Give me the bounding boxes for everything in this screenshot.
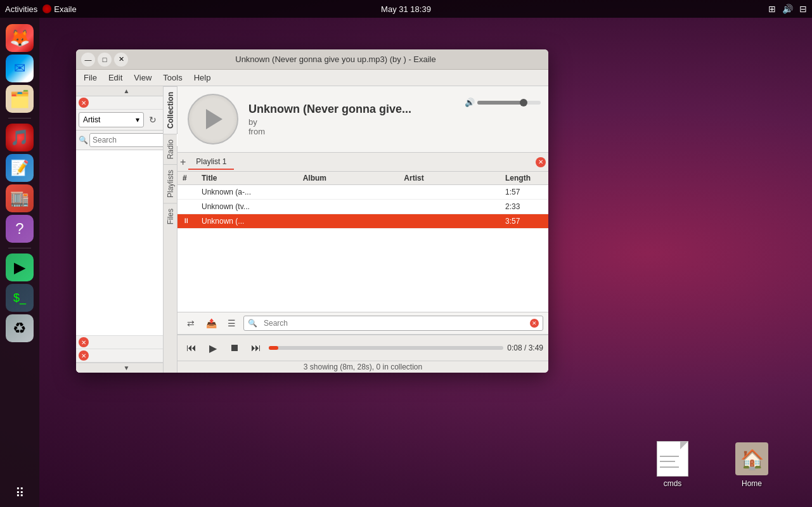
sidebar-search-icon: 🔍: [79, 136, 88, 144]
menu-tools[interactable]: Tools: [158, 72, 187, 84]
window-minimize-button[interactable]: —: [81, 53, 95, 67]
play-icon: [206, 109, 222, 129]
playlist-search-input[interactable]: [260, 318, 527, 329]
desktop: Activities Exaile May 31 18:39 ⊞ 🔊 ⊟ 🦊 ✉…: [0, 0, 812, 507]
playlist-search-bar: 🔍 ✕: [243, 316, 543, 331]
sidebar-scroll-down[interactable]: ▼: [76, 363, 177, 373]
main-window: — □ ✕ Unknown (Never gonna give you up.m…: [76, 49, 548, 373]
dock-thunderbird[interactable]: ✉: [6, 55, 34, 82]
artist-dropdown-label: Artist: [83, 115, 100, 124]
track-num: [183, 202, 202, 211]
playlists-close-button[interactable]: ✕: [79, 350, 89, 361]
now-playing: Unknown (Never gonna give... by from 🔊: [177, 86, 548, 153]
playback-controls: ⏮ ▶ ⏹ ⏭ 0:08 / 3:49: [177, 335, 548, 361]
sidebar-panel: Artist ▾ ↻ 🔍 ✕: [76, 110, 163, 335]
track-title: Unknown (tv...: [202, 202, 303, 211]
dock-trash[interactable]: ♻: [6, 314, 34, 342]
time-display: 0:08 / 3:49: [507, 343, 543, 352]
radio-close-button[interactable]: ✕: [79, 337, 89, 347]
col-length: Length: [505, 174, 543, 183]
track-playing-indicator: ⏸: [183, 217, 202, 226]
track-album: [303, 217, 404, 226]
dock: 🦊 ✉ 🗂️ 🎵 📝 🏬 ? ▶ $_ ♻: [0, 18, 39, 507]
app-indicator: Exaile: [42, 4, 76, 14]
prev-button[interactable]: ⏮: [183, 339, 200, 357]
window-content: ▲ ✕ Artist ▾ ↻: [76, 86, 548, 373]
desktop-icon-home[interactable]: 🏠 Home: [726, 441, 777, 488]
sidebar-content-area: [76, 150, 163, 335]
cmds-label: cmds: [664, 479, 682, 488]
track-artist: [404, 188, 505, 196]
col-album: Album: [303, 174, 404, 183]
save-button[interactable]: 📤: [203, 315, 219, 331]
collection-close-row: ✕: [76, 96, 177, 110]
dock-terminal[interactable]: $_: [6, 284, 34, 312]
menu-view[interactable]: View: [129, 72, 157, 84]
dock-appstore[interactable]: 🏬: [6, 184, 34, 212]
track-row[interactable]: Unknown (a-... 1:57: [177, 185, 548, 200]
play-pause-button[interactable]: ▶: [204, 339, 222, 357]
playlist-tab-1[interactable]: Playlist 1: [188, 155, 234, 170]
sidebar-tab-collection[interactable]: Collection: [164, 86, 177, 134]
dock-files[interactable]: 🗂️: [6, 85, 34, 113]
sidebar-tabs: Collection Radio Playlists Files: [163, 86, 177, 373]
sidebar-tab-files[interactable]: Files: [164, 203, 177, 229]
menu-file[interactable]: File: [79, 72, 102, 84]
taskbar-datetime: May 31 18:39: [381, 4, 431, 14]
volume-knob[interactable]: [520, 99, 527, 106]
new-tab-button[interactable]: +: [180, 157, 186, 168]
next-button[interactable]: ⏭: [247, 339, 265, 357]
activities-button[interactable]: Activities: [5, 4, 37, 14]
dock-writer[interactable]: 📝: [6, 154, 34, 182]
sidebar-scroll-up[interactable]: ▲: [76, 86, 177, 96]
window-maximize-button[interactable]: □: [98, 53, 112, 67]
playlist-toolbar: ⇄ 📤 ☰ 🔍 ✕: [177, 312, 548, 335]
desktop-icon-cmds[interactable]: ▬▬▬▬▬▬▬▬▬▬▬▬▬▬ cmds: [647, 441, 698, 488]
track-num: [183, 188, 202, 196]
progress-fill: [269, 346, 278, 350]
dock-rhythmbox[interactable]: 🎵: [6, 124, 34, 151]
dock-firefox[interactable]: 🦊: [6, 24, 34, 52]
volume-slider[interactable]: [477, 101, 541, 105]
menu-help[interactable]: Help: [189, 72, 216, 84]
status-bar: 3 showing (8m, 28s), 0 in collection: [177, 361, 548, 373]
volume-icon: 🔊: [465, 98, 475, 107]
col-num: #: [183, 174, 202, 183]
artist-dropdown[interactable]: Artist ▾: [79, 112, 144, 127]
track-album: [303, 202, 404, 211]
collection-close-button[interactable]: ✕: [79, 98, 89, 108]
track-title: Unknown (a-...: [202, 188, 303, 196]
col-title: Title: [202, 174, 303, 183]
track-list-header: # Title Album Artist Length: [177, 172, 548, 185]
dock-help[interactable]: ?: [6, 215, 34, 243]
taskbar-right: ⊞ 🔊 ⊟: [768, 4, 807, 14]
album-art[interactable]: [188, 94, 238, 144]
track-title: Unknown (...: [202, 217, 303, 226]
window-close-button[interactable]: ✕: [114, 53, 128, 67]
shuffle-button[interactable]: ⇄: [183, 315, 199, 331]
titlebar-controls: — □ ✕: [81, 53, 128, 67]
main-panel: Unknown (Never gonna give... by from 🔊: [177, 86, 548, 373]
menu-edit[interactable]: Edit: [103, 72, 127, 84]
track-row[interactable]: Unknown (tv... 2:33: [177, 200, 548, 214]
track-list-container: # Title Album Artist Length Unknown (a-.…: [177, 172, 548, 312]
dock-videos[interactable]: ▶: [6, 254, 34, 281]
app-name: Exaile: [54, 4, 76, 14]
sidebar: ▲ ✕ Artist ▾ ↻: [76, 86, 177, 373]
volume-taskbar-icon[interactable]: 🔊: [782, 4, 793, 14]
track-row-playing[interactable]: ⏸ Unknown (... 3:57: [177, 214, 548, 229]
sidebar-tab-radio[interactable]: Radio: [164, 134, 177, 164]
window-title: Unknown (Never gonna give you up.mp3) (b…: [128, 55, 543, 64]
playlists-close-row: ✕: [76, 349, 177, 363]
refresh-button[interactable]: ↻: [145, 112, 160, 127]
cmds-icon: ▬▬▬▬▬▬▬▬▬▬▬▬▬▬: [655, 441, 690, 477]
stop-button[interactable]: ⏹: [226, 339, 243, 357]
progress-bar[interactable]: [269, 346, 503, 350]
sidebar-tab-playlists[interactable]: Playlists: [164, 164, 177, 203]
dock-grid[interactable]: ⠿: [6, 479, 34, 507]
queue-button[interactable]: ☰: [223, 315, 240, 331]
track-artist: [404, 202, 505, 211]
track-length: 3:57: [505, 217, 543, 226]
playlist-search-clear-button[interactable]: ✕: [530, 319, 539, 328]
playlist-close-button[interactable]: ✕: [536, 157, 546, 167]
